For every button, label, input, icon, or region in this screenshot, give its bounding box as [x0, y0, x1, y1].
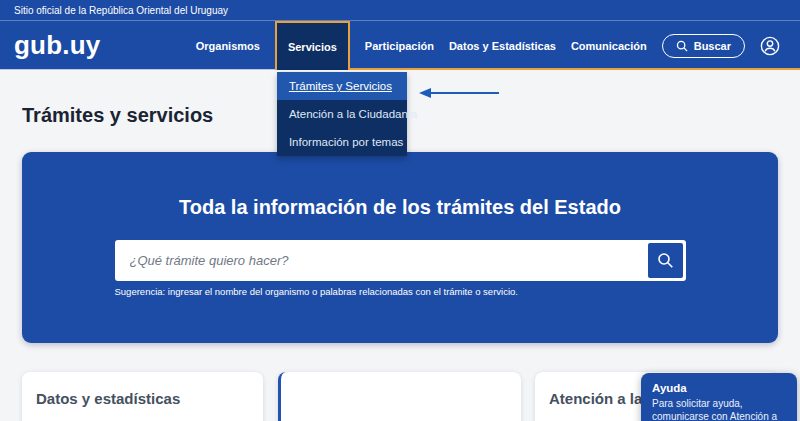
card-middle[interactable]: [278, 372, 521, 421]
header-divider-light: [0, 69, 305, 70]
hero-title: Toda la información de los trámites del …: [22, 196, 778, 219]
help-popup[interactable]: Ayuda Para solicitar ayuda, comunicarse …: [641, 373, 797, 421]
official-site-bar: Sitio oficial de la República Oriental d…: [0, 0, 800, 21]
main-nav: Organismos Servicios Trámites y Servicio…: [196, 21, 800, 70]
hero-banner: Toda la información de los trámites del …: [22, 152, 778, 343]
nav-item-servicios-label[interactable]: Servicios: [288, 41, 337, 53]
main-header: gub.uy Organismos Servicios Trámites y S…: [0, 21, 800, 70]
help-popup-text: Para solicitar ayuda, comunicarse con At…: [652, 397, 786, 421]
menu-item-tramites-y-servicios[interactable]: Trámites y Servicios: [277, 72, 407, 100]
servicios-dropdown-menu: Trámites y Servicios Atención a la Ciuda…: [277, 72, 407, 156]
search-hint: Sugerencia: ingresar el nombre del organ…: [115, 286, 686, 297]
tramite-searchbar: [115, 240, 686, 281]
search-icon: [676, 40, 688, 52]
search-icon: [657, 252, 674, 269]
left-arrow-icon: [417, 86, 501, 100]
header-divider-orange: [305, 68, 800, 70]
page-title: Trámites y servicios: [22, 104, 213, 127]
header-search-button[interactable]: Buscar: [662, 34, 745, 58]
nav-item-comunicacion[interactable]: Comunicación: [571, 40, 647, 52]
official-site-text: Sitio oficial de la República Oriental d…: [14, 5, 228, 16]
card-datos-y-estadisticas[interactable]: Datos y estadísticas: [22, 372, 263, 421]
help-popup-title: Ayuda: [652, 382, 786, 394]
tramite-search-button[interactable]: [648, 243, 683, 278]
header-search-label: Buscar: [694, 40, 731, 52]
nav-item-datos-y-estadisticas[interactable]: Datos y Estadísticas: [449, 40, 556, 52]
menu-item-atencion-ciudadania[interactable]: Atención a la Ciudadanía: [277, 100, 407, 128]
card-title: Datos y estadísticas: [36, 390, 249, 407]
nav-item-participacion[interactable]: Participación: [365, 40, 434, 52]
account-button[interactable]: [760, 36, 780, 56]
user-icon: [760, 36, 780, 56]
tramite-search-input[interactable]: [118, 253, 648, 268]
menu-item-informacion-por-temas[interactable]: Información por temas: [277, 128, 407, 156]
nav-item-organismos[interactable]: Organismos: [196, 40, 260, 52]
nav-item-servicios[interactable]: Servicios Trámites y Servicios Atención …: [275, 21, 350, 70]
site-logo[interactable]: gub.uy: [14, 30, 100, 61]
